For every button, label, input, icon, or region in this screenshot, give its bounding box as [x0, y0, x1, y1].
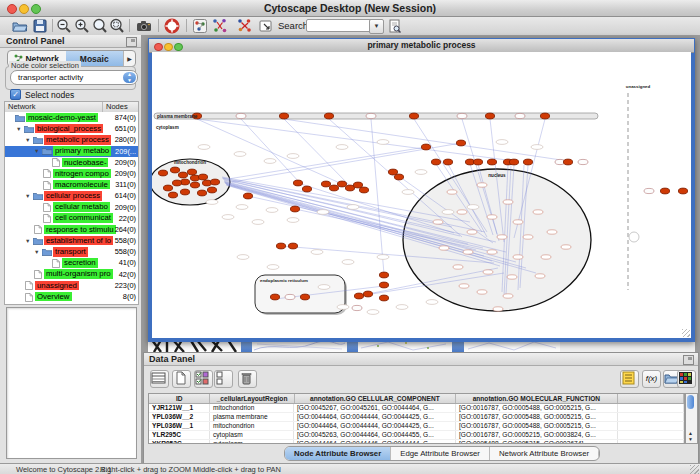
node-label[interactable] [347, 205, 359, 210]
tab-edge-attribute-browser[interactable]: Edge Attribute Browser [391, 447, 490, 460]
scrollbar-thumb[interactable] [687, 395, 694, 409]
tree-row[interactable]: ▼cellular process614(0) [5, 190, 138, 201]
node-label[interactable] [426, 300, 438, 305]
tree-row[interactable]: ▼primary metabo209(... [5, 146, 138, 157]
node[interactable] [421, 144, 430, 150]
node[interactable] [563, 159, 572, 165]
expand-arrow-icon[interactable]: ▼ [16, 126, 21, 132]
node[interactable] [561, 245, 571, 249]
node[interactable] [359, 187, 368, 193]
zoom-in-icon[interactable] [74, 18, 90, 34]
tab-overflow-arrow[interactable]: ▶ [123, 51, 135, 66]
node-label[interactable] [367, 310, 379, 315]
attribute-table-icon[interactable] [150, 370, 169, 388]
node[interactable] [443, 159, 452, 165]
delete-attribute-icon[interactable] [238, 370, 257, 388]
node[interactable] [409, 113, 418, 119]
node[interactable] [302, 186, 311, 192]
tree-row[interactable]: mosaic-demo-yeast874(0) [5, 112, 138, 123]
float-panel-icon[interactable] [683, 355, 694, 365]
tree-row[interactable]: Overview8(0) [5, 291, 138, 302]
node-label[interactable] [442, 210, 454, 215]
node[interactable] [337, 181, 346, 187]
node[interactable] [644, 188, 654, 193]
node[interactable] [236, 113, 246, 118]
node-label[interactable] [396, 305, 408, 310]
node[interactable] [187, 169, 196, 175]
node[interactable] [487, 215, 497, 219]
expand-arrow-icon[interactable]: ▼ [34, 148, 39, 154]
node[interactable] [507, 275, 517, 279]
node[interactable] [678, 188, 687, 194]
help-icon[interactable] [164, 18, 180, 34]
node[interactable] [485, 113, 494, 119]
tree-row[interactable]: secretion41(0) [5, 257, 138, 268]
search-options-icon[interactable] [387, 18, 403, 34]
snapshot-icon[interactable] [136, 18, 152, 34]
node[interactable] [172, 180, 181, 186]
node[interactable] [477, 183, 487, 187]
node[interactable] [431, 159, 440, 165]
edge[interactable] [284, 119, 568, 161]
node[interactable] [158, 170, 167, 176]
scroll-down-icon[interactable]: ▼ [686, 436, 695, 442]
node[interactable] [513, 255, 523, 259]
node-label[interactable] [198, 145, 210, 150]
node-label[interactable] [342, 260, 354, 265]
node[interactable] [180, 189, 189, 195]
node[interactable] [497, 235, 507, 239]
node-label[interactable] [318, 285, 330, 290]
tab-network-attribute-browser[interactable]: Network Attribute Browser [490, 447, 599, 460]
save-session-icon[interactable] [32, 18, 48, 34]
resize-grip[interactable] [682, 329, 690, 337]
tree-row[interactable]: nitrogen compo209(0) [5, 168, 138, 179]
node[interactable] [198, 174, 207, 180]
node-label[interactable] [287, 154, 299, 159]
node[interactable] [293, 180, 302, 186]
node[interactable] [535, 274, 545, 278]
tree-row[interactable]: unassigned223(0) [5, 280, 138, 291]
tab-node-attribute-browser[interactable]: Node Attribute Browser [285, 447, 391, 460]
matrix-icon[interactable] [677, 370, 696, 388]
network-canvas[interactable]: plasma membranecytoplasmmitochondrionnuc… [152, 52, 691, 338]
node[interactable] [300, 294, 309, 300]
node[interactable] [439, 246, 449, 250]
node[interactable] [353, 182, 362, 188]
node-color-combo[interactable]: transporter activity ▲▼ [10, 70, 138, 85]
node-label[interactable] [336, 145, 348, 150]
node[interactable] [660, 188, 669, 194]
node[interactable] [379, 272, 388, 278]
tree-row[interactable]: cell communicat22(0) [5, 213, 138, 224]
zoom-selected-icon[interactable] [109, 18, 125, 34]
table-row[interactable]: YPL036W__2plasma membrane[GO:0044464, GO… [149, 413, 684, 422]
node-label[interactable] [252, 220, 264, 225]
node[interactable] [467, 230, 477, 234]
node[interactable] [447, 190, 457, 194]
table-row[interactable]: YJR121W__1mitochondrion[GO:0045267, GO:0… [149, 404, 684, 413]
node[interactable] [288, 243, 297, 249]
column-header[interactable]: _cellularLayoutRegion [210, 394, 294, 403]
expand-arrow-icon[interactable]: ▼ [25, 193, 30, 199]
node-label[interactable] [236, 205, 248, 210]
open-file-icon[interactable] [12, 18, 28, 34]
node-label[interactable] [267, 265, 279, 270]
node[interactable] [270, 294, 279, 300]
nucleus-region[interactable] [403, 169, 591, 311]
tree-row[interactable]: ▼transport558(0) [5, 246, 138, 257]
node[interactable] [523, 159, 532, 165]
tree-row[interactable]: macromolecule311(0) [5, 179, 138, 190]
select-attributes-icon[interactable] [194, 370, 213, 388]
node[interactable] [379, 295, 388, 301]
node-label[interactable] [377, 255, 389, 260]
node[interactable] [279, 113, 288, 119]
tree-row[interactable]: ▼metabolic process280(0) [5, 134, 138, 145]
node-label[interactable] [531, 145, 543, 150]
node-label[interactable] [266, 208, 278, 213]
node[interactable] [477, 290, 487, 294]
node[interactable] [243, 193, 252, 199]
layout-alt-icon[interactable] [237, 18, 253, 34]
window-titlebar[interactable]: Cytoscape Desktop (New Session) [0, 0, 700, 17]
node[interactable] [487, 250, 497, 254]
node[interactable] [483, 270, 493, 274]
birdseye-view[interactable] [6, 307, 137, 459]
